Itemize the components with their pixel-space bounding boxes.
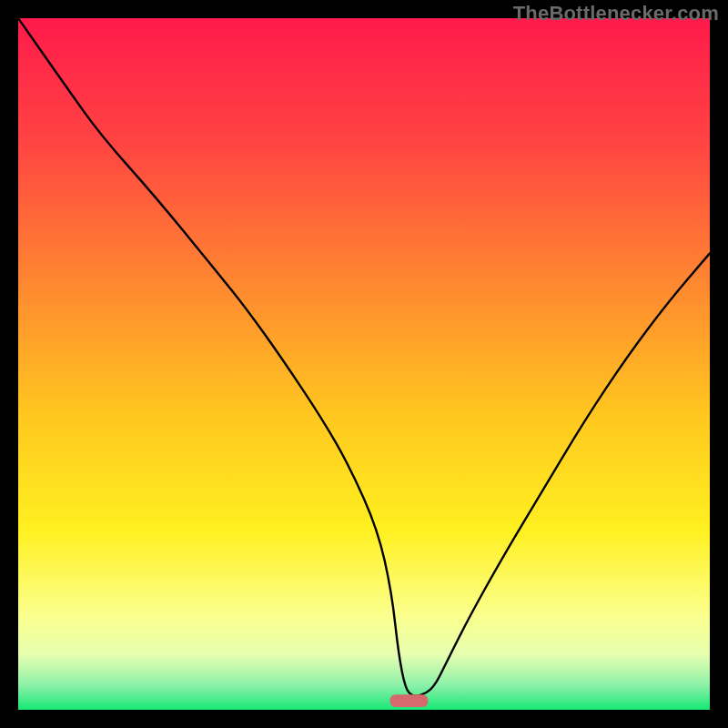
- watermark-text: TheBottlenecker.com: [513, 2, 719, 25]
- chart-svg: [18, 18, 710, 710]
- plot-area: [18, 18, 710, 710]
- target-marker: [390, 694, 429, 707]
- gradient-background: [18, 18, 710, 710]
- chart-frame: TheBottlenecker.com: [0, 0, 728, 728]
